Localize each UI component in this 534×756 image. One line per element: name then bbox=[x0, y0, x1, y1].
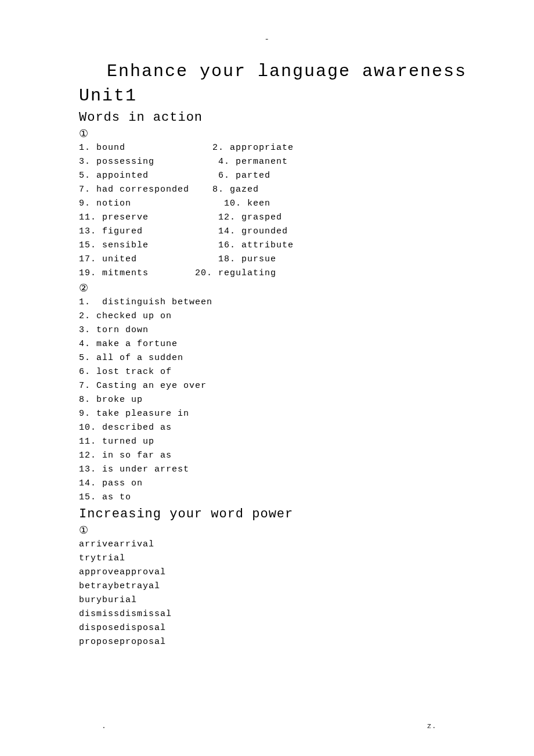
section-word-power: Increasing your word power bbox=[79, 507, 470, 521]
word-form-line: trytrial bbox=[79, 552, 470, 566]
main-title: Enhance your language awareness bbox=[79, 62, 470, 81]
top-marker: - bbox=[0, 35, 534, 44]
unit-title: Unit1 bbox=[79, 86, 470, 106]
word-pair-line: 11. preserve 12. grasped bbox=[79, 211, 470, 225]
phrase-line: 4. make a fortune bbox=[79, 337, 470, 351]
circled-number-1: ① bbox=[79, 127, 470, 140]
word-pair-line: 9. notion 10. keen bbox=[79, 197, 470, 211]
circled-number-2: ② bbox=[79, 282, 470, 294]
word-form-line: betraybetrayal bbox=[79, 579, 470, 593]
phrase-line: 3. torn down bbox=[79, 323, 470, 337]
word-form-line: approveapproval bbox=[79, 566, 470, 579]
word-pair-line: 1. bound 2. appropriate bbox=[79, 141, 470, 155]
phrase-line: 7. Casting an eye over bbox=[79, 379, 470, 393]
word-pair-line: 5. appointed 6. parted bbox=[79, 169, 470, 183]
phrase-line: 11. turned up bbox=[79, 435, 470, 449]
phrase-line: 10. described as bbox=[79, 421, 470, 435]
phrase-line: 2. checked up on bbox=[79, 309, 470, 323]
phrase-line: 14. pass on bbox=[79, 477, 470, 491]
footer: . z. bbox=[0, 722, 534, 730]
circled-number-3: ① bbox=[79, 524, 470, 537]
word-pair-line: 13. figured 14. grounded bbox=[79, 225, 470, 239]
phrase-line: 5. all of a sudden bbox=[79, 351, 470, 365]
phrase-line: 13. is under arrest bbox=[79, 463, 470, 477]
footer-right: z. bbox=[427, 722, 436, 730]
section-words-in-action: Words in action bbox=[79, 110, 470, 125]
word-form-line: proposeproposal bbox=[79, 635, 470, 649]
word-form-line: dismissdismissal bbox=[79, 607, 470, 621]
phrase-line: 1. distinguish between bbox=[79, 296, 470, 309]
document-content: Enhance your language awareness Unit1 Wo… bbox=[0, 62, 534, 649]
word-pair-line: 7. had corresponded 8. gazed bbox=[79, 183, 470, 197]
word-pair-line: 17. united 18. pursue bbox=[79, 253, 470, 267]
phrase-line: 15. as to bbox=[79, 491, 470, 505]
word-pair-line: 15. sensible 16. attribute bbox=[79, 239, 470, 253]
phrase-line: 9. take pleasure in bbox=[79, 407, 470, 421]
word-pair-line: 3. possessing 4. permanent bbox=[79, 155, 470, 169]
word-form-line: buryburial bbox=[79, 593, 470, 607]
phrase-line: 8. broke up bbox=[79, 393, 470, 407]
word-pair-line: 19. mitments 20. regulating bbox=[79, 267, 470, 280]
footer-left: . bbox=[102, 722, 106, 730]
phrase-line: 6. lost track of bbox=[79, 365, 470, 379]
word-form-line: disposedisposal bbox=[79, 621, 470, 635]
phrase-line: 12. in so far as bbox=[79, 449, 470, 463]
word-form-line: arrivearrival bbox=[79, 538, 470, 552]
